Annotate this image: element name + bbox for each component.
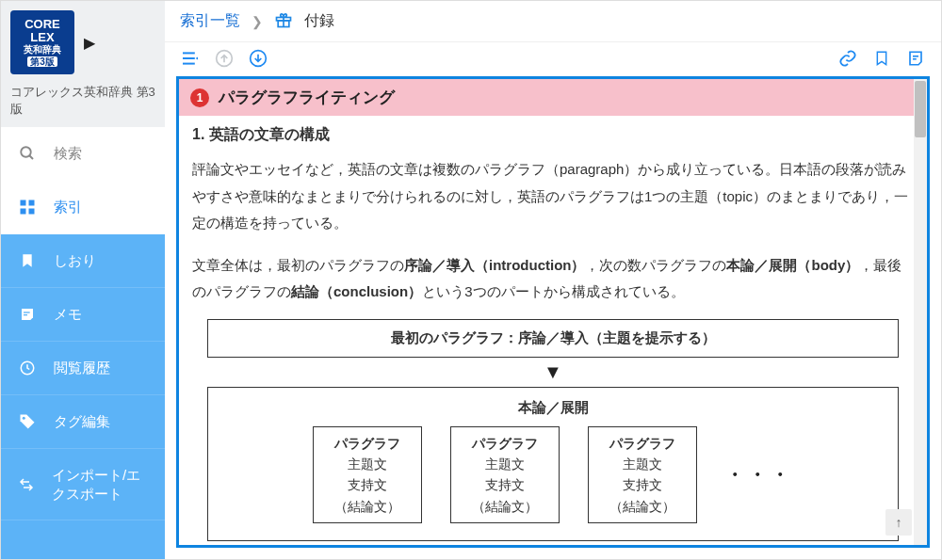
scrollbar[interactable] [914,79,927,545]
svg-point-0 [21,148,31,158]
nav-tag[interactable]: タグ編集 [1,395,165,449]
memo-icon[interactable] [905,48,926,69]
gift-icon [274,10,293,32]
breadcrumb-root[interactable]: 索引一覧 [180,11,240,31]
nav-search[interactable]: 検索 [1,127,165,181]
svg-rect-6 [24,312,30,313]
tag-icon [18,412,37,431]
structure-diagram: 最初のパラグラフ：序論／導入（主題を提示する） ▼ 本論／展開 パラグラフ 主題… [179,312,927,549]
svg-rect-2 [21,200,26,206]
diagram-paragraph-box: パラグラフ 主題文支持文（結論文） [588,426,697,524]
subheading: 1. 英語の文章の構成 [179,116,927,147]
diagram-intro-box: 最初のパラグラフ：序論／導入（主題を提示する） [207,319,899,358]
section-header: 1 パラグラフライティング [179,79,927,116]
diagram-paragraph-box: パラグラフ 主題文支持文（結論文） [313,426,422,524]
nav-memo[interactable]: メモ [1,288,165,342]
chevron-right-icon: ❯ [252,14,263,29]
svg-rect-4 [21,209,26,215]
note-icon [18,305,37,324]
scrollbar-thumb[interactable] [915,81,926,137]
logo-area: CORE LEX 英和辞典 第3版 ▶ [1,1,165,84]
import-icon [18,475,35,494]
nav-bookmark[interactable]: しおり [1,234,165,288]
nav: 検索 索引 しおり メモ 閲覧履歴 タグ編集 [1,127,165,559]
svg-rect-5 [29,209,35,215]
nav-import-export[interactable]: インポート/エクスポート [1,449,165,520]
search-icon [18,144,37,163]
breadcrumb: 索引一覧 ❯ 付録 [165,1,941,42]
grid-icon [18,198,37,216]
arrow-down-icon: ▼ [207,541,899,548]
scroll-top-button[interactable]: ↑ [885,509,912,536]
sidebar: CORE LEX 英和辞典 第3版 ▶ コアレックス英和辞典 第3版 検索 索引… [1,1,165,559]
arrow-up-circle-icon[interactable] [214,48,235,69]
arrow-down-icon: ▼ [207,358,899,387]
toc-icon[interactable] [180,48,201,69]
ellipsis: ・・・ [725,462,793,488]
link-icon[interactable] [837,48,858,69]
toolbar [165,42,941,76]
paragraph-1: 評論文やエッセイなど，英語の文章は複数のパラグラフ（paragraph）から成り… [179,147,927,243]
svg-line-1 [29,156,33,160]
breadcrumb-current: 付録 [304,11,334,31]
diagram-body-box: 本論／展開 パラグラフ 主題文支持文（結論文） パラグラフ 主題文支持文（結論文… [207,387,899,542]
bookmark-outline-icon[interactable] [871,48,892,69]
paragraph-2: 文章全体は，最初のパラグラフの序論／導入（introduction），次の数パラ… [179,243,927,312]
dictionary-name: コアレックス英和辞典 第3版 [1,84,165,127]
svg-rect-7 [24,314,27,315]
svg-point-9 [23,417,25,420]
svg-rect-3 [29,200,35,206]
history-icon [18,359,37,377]
nav-index[interactable]: 索引 [1,181,165,234]
play-icon[interactable]: ▶ [84,34,95,52]
section-title: パラグラフライティング [219,87,395,108]
diagram-paragraph-box: パラグラフ 主題文支持文（結論文） [450,426,560,524]
arrow-down-circle-icon[interactable] [248,48,268,69]
main: 索引一覧 ❯ 付録 1 パラグラフライティング 1. 英語の文章の構成 [165,1,941,559]
dictionary-logo: CORE LEX 英和辞典 第3版 [10,10,74,74]
content-panel: 1 パラグラフライティング 1. 英語の文章の構成 評論文やエッセイなど，英語の… [176,76,930,548]
section-number: 1 [190,88,209,107]
nav-history[interactable]: 閲覧履歴 [1,342,165,395]
bookmark-icon [18,251,37,270]
